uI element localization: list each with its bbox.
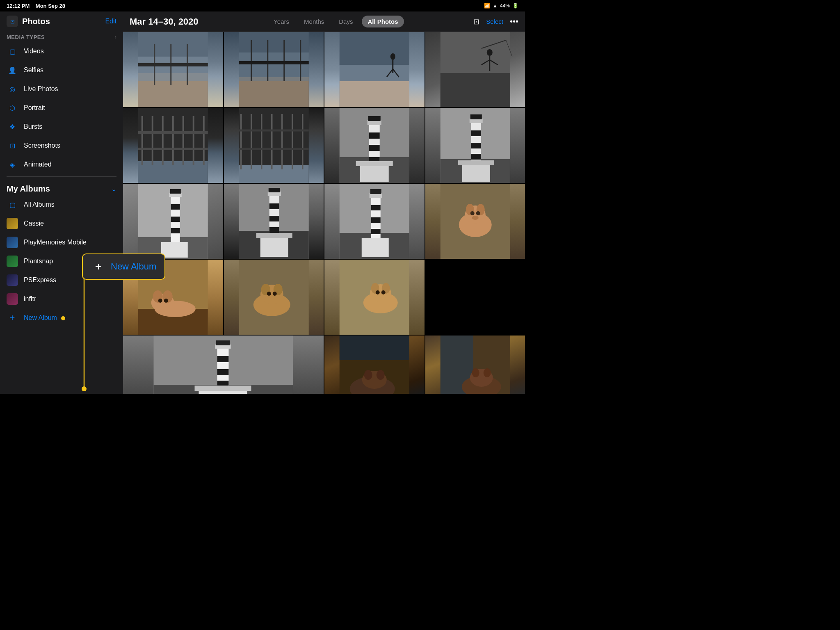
svg-rect-70 [469,119,482,123]
photo-cell[interactable] [123,108,223,183]
svg-point-144 [350,377,395,394]
svg-rect-95 [371,197,381,241]
bursts-label: Bursts [24,123,42,130]
svg-rect-73 [458,160,494,165]
svg-rect-143 [340,336,409,360]
playmemories-album-thumb [7,237,18,248]
date-range-label: Mar 14–30, 2020 [130,16,199,27]
new-album-tooltip[interactable]: + New Album [82,253,165,280]
photo-cell[interactable] [123,336,324,394]
svg-rect-4 [138,57,208,81]
new-album-plus-icon: + [7,312,18,324]
svg-point-115 [163,290,173,303]
svg-point-117 [164,299,168,303]
svg-rect-74 [138,184,208,259]
tab-days[interactable]: Days [333,16,358,27]
photo-cell[interactable] [324,184,425,259]
svg-point-150 [461,376,501,394]
photo-cell[interactable] [224,184,324,259]
battery-icon: 🔋 [512,3,518,9]
photo-cell[interactable] [224,260,324,335]
sidebar-item-videos[interactable]: ▢ Videos [0,42,123,61]
svg-rect-66 [471,122,481,165]
svg-rect-80 [169,193,182,197]
sidebar-item-selfies[interactable]: 👤 Selfies [0,61,123,80]
svg-rect-134 [217,348,229,393]
infltr-label: infltr [24,295,36,303]
svg-point-120 [260,285,283,304]
sidebar-item-cassie[interactable]: Cassie [0,214,123,233]
svg-line-23 [393,69,399,77]
photo-cell[interactable] [324,32,425,107]
photo-cell[interactable] [324,108,425,183]
status-bar: 12:12 PM Mon Sep 28 📶 ▲ 44% 🔋 [0,0,525,11]
svg-rect-19 [340,32,409,65]
svg-rect-24 [440,32,510,107]
photo-cell[interactable] [123,32,223,107]
sidebar-title: Photos [22,17,50,26]
floating-plus-icon: + [91,259,106,274]
sidebar-item-all-albums[interactable]: ▢ All Albums [0,195,123,214]
svg-rect-111 [138,309,208,335]
nav-actions: ⊡ Select ••• [473,17,518,26]
svg-point-104 [465,205,485,224]
svg-point-20 [390,53,395,60]
photo-cell[interactable] [224,32,324,107]
photo-cell[interactable] [425,336,525,394]
svg-rect-33 [138,161,208,183]
sidebar-item-bursts[interactable]: ❖ Bursts [0,117,123,136]
select-button[interactable]: Select [486,18,503,25]
svg-rect-99 [370,193,382,198]
sidebar-item-animated[interactable]: ◈ Animated [0,155,123,174]
svg-point-130 [376,290,380,294]
my-albums-chevron[interactable]: ⌄ [111,185,116,193]
svg-point-108 [476,211,480,215]
svg-point-114 [153,290,163,303]
psexpress-label: PSExpress [24,276,56,284]
sidebar-item-playmemories[interactable]: PlayMemories Mobile [0,233,123,252]
new-album-sidebar-item[interactable]: + New Album [0,308,123,327]
svg-rect-9 [239,32,308,107]
svg-point-103 [459,212,491,237]
photo-cell[interactable] [425,32,525,107]
svg-rect-17 [340,32,409,107]
photo-cell[interactable] [324,336,425,394]
sidebar-item-screenshots[interactable]: ⊡ Screenshots [0,136,123,155]
svg-rect-90 [268,188,280,192]
svg-rect-97 [371,217,381,223]
tab-months[interactable]: Months [298,16,330,27]
svg-point-113 [151,294,174,312]
svg-rect-141 [195,386,251,391]
sidebar-edit-button[interactable]: Edit [105,18,116,25]
wifi-icon: 📶 [484,3,490,9]
portrait-label: Portrait [24,104,45,112]
sidebar-item-live-photos[interactable]: ◎ Live Photos [0,80,123,98]
photo-cell[interactable] [425,184,525,259]
svg-rect-59 [369,157,380,163]
svg-point-145 [362,371,387,389]
svg-point-126 [363,292,398,313]
sidebar-item-portrait[interactable]: ⬡ Portrait [0,98,123,117]
screen-rotate-icon[interactable]: ⊡ [473,17,479,26]
photo-cell[interactable] [123,184,223,259]
svg-rect-18 [340,81,409,107]
photo-cell[interactable] [324,260,425,335]
photo-cell[interactable] [224,108,324,183]
svg-rect-55 [340,157,409,183]
photo-cell[interactable] [425,108,525,183]
photo-grid [123,32,525,394]
date-display: Mon Sep 28 [36,3,65,9]
svg-rect-10 [239,77,308,107]
svg-point-116 [158,299,162,303]
sidebar-item-infltr[interactable]: infltr [0,290,123,308]
videos-label: Videos [24,48,44,55]
tab-years[interactable]: Years [268,16,295,27]
animated-icon: ◈ [7,159,18,170]
svg-rect-102 [440,184,510,259]
svg-rect-137 [217,381,229,386]
svg-rect-125 [340,260,409,335]
infltr-album-thumb [7,293,18,305]
more-button[interactable]: ••• [510,17,518,26]
tab-all-photos[interactable]: All Photos [362,16,404,27]
sidebar-collapse-icon[interactable]: ⊡ [7,16,18,27]
